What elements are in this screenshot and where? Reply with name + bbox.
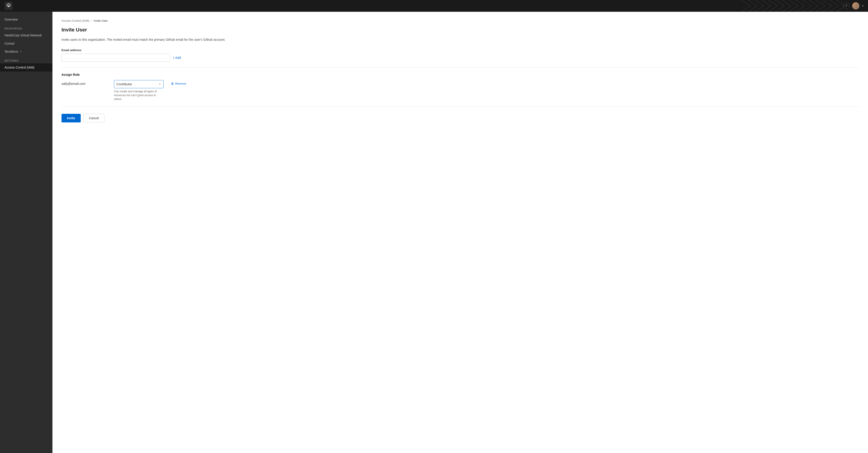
sidebar-item-label: Access Control (IAM): [4, 66, 34, 69]
breadcrumb-current: Invite User: [94, 19, 107, 22]
email-field-label: Email address: [61, 49, 859, 52]
page-description: Invite users to this organization. The i…: [61, 37, 859, 42]
cancel-button[interactable]: Cancel: [84, 114, 105, 122]
main-content: Access Control (IAM) / Invite User Invit…: [53, 12, 868, 453]
email-input[interactable]: [61, 54, 170, 62]
sidebar-item-label: HashiCorp Virtual Network: [4, 33, 42, 37]
sidebar-settings-section: Settings: [0, 56, 53, 63]
page-title: Invite User: [61, 27, 859, 33]
assign-role-section: Assign Role sally@email.com Contributor …: [61, 73, 859, 101]
breadcrumb-separator: /: [91, 19, 92, 22]
email-row: + Add: [61, 54, 859, 62]
sidebar-item-overview[interactable]: Overview: [0, 16, 53, 24]
app-layout: Overview Resources HashiCorp Virtual Net…: [0, 12, 868, 453]
external-link-icon: ↗: [20, 50, 22, 53]
top-navigation: ? ▾: [0, 0, 868, 12]
section-divider: [61, 67, 859, 67]
action-buttons: Invite Cancel: [61, 114, 859, 122]
remove-button[interactable]: 🗑 Remove: [171, 80, 186, 85]
assign-role-title: Assign Role: [61, 73, 859, 77]
user-menu-chevron[interactable]: ▾: [862, 4, 864, 7]
sidebar-item-label: Consul: [4, 41, 14, 45]
user-avatar[interactable]: [852, 2, 860, 9]
role-select-wrapper: Contributor Owner Viewer Can create and …: [114, 80, 164, 101]
user-email-display: sally@email.com: [61, 80, 107, 86]
topnav-right-controls: ? ▾: [843, 2, 864, 9]
sidebar-item-label: Overview: [4, 18, 18, 21]
sidebar-item-hvn[interactable]: HashiCorp Virtual Network: [0, 31, 53, 39]
sidebar: Overview Resources HashiCorp Virtual Net…: [0, 12, 53, 453]
avatar-image: [852, 2, 860, 9]
question-icon: ?: [845, 4, 847, 8]
hashicorp-logo[interactable]: [4, 2, 13, 10]
email-field-section: Email address + Add: [61, 49, 859, 62]
remove-label: Remove: [175, 82, 186, 85]
sidebar-item-label: Terraform: [4, 50, 18, 53]
trash-icon: 🗑: [171, 82, 174, 85]
user-role-row: sally@email.com Contributor Owner Viewer…: [61, 80, 859, 101]
sidebar-item-consul[interactable]: Consul: [0, 39, 53, 48]
help-button[interactable]: ?: [843, 3, 849, 9]
breadcrumb: Access Control (IAM) / Invite User: [61, 19, 859, 22]
invite-button[interactable]: Invite: [61, 114, 81, 122]
sidebar-item-terraform[interactable]: Terraform ↗: [0, 48, 53, 56]
add-email-button[interactable]: + Add: [173, 56, 181, 59]
role-hint-text: Can create and manage all types of resou…: [114, 90, 164, 101]
sidebar-item-iam[interactable]: Access Control (IAM): [0, 63, 53, 72]
sidebar-resources-section: Resources: [0, 24, 53, 31]
role-select[interactable]: Contributor Owner Viewer: [114, 80, 164, 88]
decorative-pattern: [737, 0, 850, 12]
action-divider: [61, 106, 859, 107]
breadcrumb-parent-link[interactable]: Access Control (IAM): [61, 19, 89, 22]
